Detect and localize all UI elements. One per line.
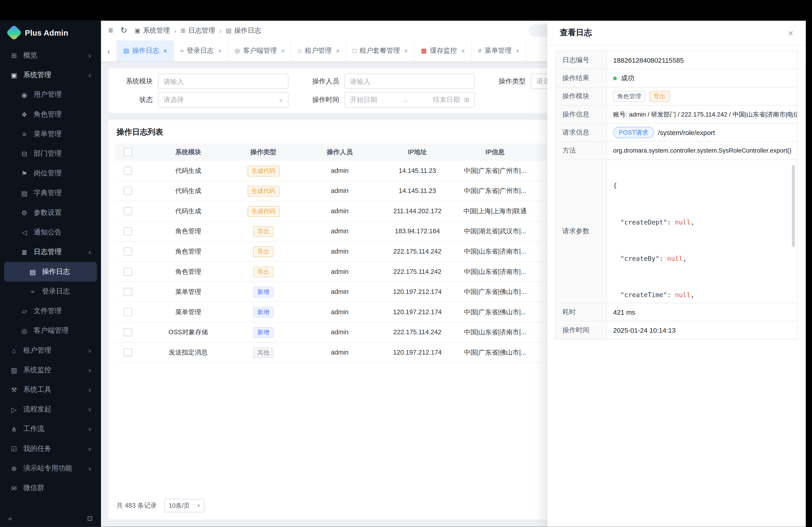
sidebar-item[interactable]: ≣ 日志管理 ∧ [4,242,97,262]
cell-system-module: 代码生成 [140,166,236,175]
sidebar-item[interactable]: ⌂ 租户管理 ∨ [4,341,97,360]
cell-operation-type: 其他 [236,347,291,358]
close-icon[interactable]: × [788,28,793,37]
tab[interactable]: ◎ 客户端管理 × [229,40,292,61]
breadcrumb-item[interactable]: 日志管理 [188,26,215,35]
select-all-checkbox[interactable] [124,148,132,156]
code-scrollbar-thumb[interactable] [792,165,795,247]
tab-close-icon[interactable]: × [336,47,340,55]
sidebar-item-label: 演示站专用功能 [23,464,72,473]
sidebar-item[interactable]: ◉ 用户管理 [4,85,97,105]
sidebar-item[interactable]: ≡ 菜单管理 [4,124,97,144]
collapse-sidebar-icon[interactable]: « [8,514,12,522]
sidebar-item-label: 通知公告 [34,228,61,237]
module-filter-input[interactable] [158,74,289,89]
row-checkbox[interactable] [124,308,132,316]
breadcrumb-item[interactable]: 操作日志 [234,26,261,35]
tab[interactable]: ▤ 操作日志 × [117,40,174,61]
row-checkbox[interactable] [124,187,132,195]
sidebar-item[interactable]: ❖ 角色管理 [4,105,97,124]
sidebar-item[interactable]: ⊕ 演示站专用功能 ∨ [4,458,97,478]
field-label: 操作时间 [556,321,607,339]
sidebar-item[interactable]: ▥ 系统监控 ∨ [4,360,97,380]
sidebar-item-icon: ◁ [20,229,29,236]
cell-operator: admin [291,228,389,235]
cell-system-module: 代码生成 [140,187,236,195]
layout-toggle-icon[interactable]: ⊡ [87,514,93,522]
sidebar-item[interactable]: ▤ 操作日志 [4,262,97,282]
operation-type-tag: 导出 [253,246,274,257]
row-checkbox[interactable] [124,268,132,276]
sidebar-item[interactable]: ≈ 登录日志 [4,282,97,301]
tab-close-icon[interactable]: × [281,47,285,55]
tab-close-icon[interactable]: × [163,47,167,55]
tab-label: 客户端管理 [243,46,277,55]
tab[interactable]: ≈ 登录日志 × [174,40,229,61]
sidebar-item-icon: ⌂ [9,346,18,354]
drawer-body: 日志编号 1882612840802115585 操作结果 成功 操作模块 [548,46,806,348]
cell-checkbox [115,288,140,296]
action-tag: 导出 [649,91,670,102]
row-checkbox[interactable] [124,247,132,256]
field-module: 操作模块 角色管理 导出 [556,88,798,105]
tab-close-icon[interactable]: × [461,47,465,55]
sidebar-item[interactable]: ▱ 文件管理 [4,301,97,321]
hamburger-icon[interactable]: ≡ [108,26,113,35]
json-line: "createTime": null, [613,290,788,300]
brand[interactable]: Plus Admin [0,21,101,45]
tab-icon: □ [353,47,357,54]
sidebar-item[interactable]: ⋔ 工作流 ∨ [4,419,97,439]
row-checkbox[interactable] [124,227,132,236]
page-size-value: 10条/页 [169,501,190,510]
tab-close-icon[interactable]: × [218,47,221,55]
breadcrumb-item[interactable]: 系统管理 [143,26,170,35]
row-checkbox[interactable] [124,328,132,336]
tab-close-icon[interactable]: × [516,47,520,55]
cell-operator: admin [291,187,389,195]
tab[interactable]: ⌂ 租户管理 × [292,40,346,61]
breadcrumb-icon: ≣ [180,27,186,34]
status-filter-select[interactable]: 请选择 ∨ [158,92,289,108]
tab[interactable]: ▦ 缓存监控 × [415,40,472,61]
sidebar-item[interactable]: ⚙ 参数设置 [4,203,97,223]
cell-ip-address: 120.197.212.174 [389,288,446,296]
field-label: 请求参数 [556,160,607,303]
sidebar-item-icon: ▤ [20,189,29,197]
sidebar-item[interactable]: ✉ 微信群 [4,478,97,498]
cell-operation-type: 生成代码 [236,185,291,196]
field-operation-time: 操作时间 2025-01-24 10:14:13 [556,321,798,340]
row-checkbox[interactable] [124,167,132,175]
sidebar-item[interactable]: ⚑ 岗位管理 [4,164,97,183]
sidebar-item[interactable]: ⚒ 系统工具 ∨ [4,380,97,400]
field-cost-time: 耗时 421 ms [556,303,798,321]
cell-operator: admin [291,268,389,275]
row-checkbox[interactable] [124,207,132,215]
sidebar-item[interactable]: ⊟ 部门管理 [4,144,97,163]
tab[interactable]: ≡ 菜单管理 × [472,40,526,61]
tab[interactable]: □ 租户套餐管理 × [346,40,415,61]
sidebar: Plus Admin ⊞ 概览 ∨ ▣ 系统管理 ∧ [0,21,101,527]
tab-icon: ⌂ [298,47,302,54]
sidebar-item[interactable]: ⊞ 概览 ∨ [4,46,97,65]
tabs-scroll-left-icon[interactable]: ‹ [101,40,117,61]
sidebar-item-icon: ⚙ [20,209,29,216]
page-size-select[interactable]: 10条/页 ▾ [164,499,204,512]
operation-type-tag: 新增 [253,327,274,338]
chevron-icon: ∨ [88,465,92,471]
sidebar-item[interactable]: ▤ 字典管理 [4,183,97,203]
field-value: 1882612840802115585 [607,51,798,69]
request-params-code[interactable]: { "createDept": null, "createBy": null, … [607,160,797,303]
refresh-icon[interactable]: ↻ [120,26,127,35]
time-range-picker[interactable]: 开始日期 → 结束日期 ⊞ [345,92,475,108]
operator-filter-input[interactable] [345,74,475,89]
row-checkbox[interactable] [124,288,132,296]
sidebar-item-label: 登录日志 [42,287,70,296]
sidebar-item[interactable]: ▷ 流程发起 ∨ [4,400,97,419]
tab-close-icon[interactable]: × [404,47,408,55]
sidebar-item[interactable]: ◁ 通知公告 [4,223,97,242]
sidebar-item[interactable]: ◎ 客户端管理 [4,321,97,340]
sidebar-item[interactable]: ☑ 我的任务 ∨ [4,439,97,458]
row-checkbox[interactable] [124,348,132,357]
chevron-icon: ∨ [88,387,92,392]
sidebar-item[interactable]: ▣ 系统管理 ∧ [4,65,97,85]
